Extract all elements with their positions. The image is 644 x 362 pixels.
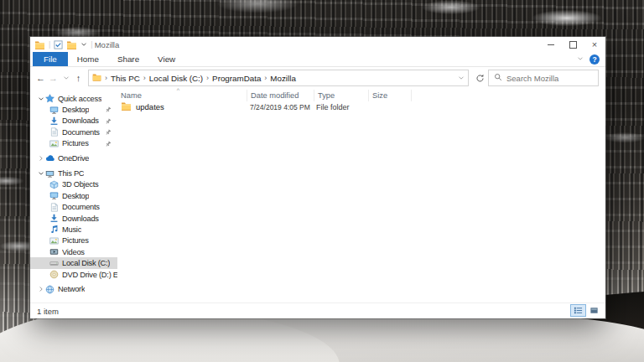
sidebar-item-network[interactable]: Network (30, 284, 117, 295)
view-toggles (570, 303, 602, 319)
video-icon (49, 247, 62, 256)
sidebar-item-videos[interactable]: Videos (30, 246, 117, 257)
file-name: updates (136, 102, 164, 111)
drive-icon (49, 259, 62, 268)
sidebar-item-dvd-drive-d-esd[interactable]: DVD Drive (D:) ESD- (30, 269, 117, 280)
minimize-button[interactable] (540, 37, 562, 52)
sidebar-item-label: Local Disk (C:) (62, 259, 110, 267)
quick-access-toolbar: | | (34, 40, 93, 49)
desktop-icon (49, 106, 62, 115)
sidebar-item-music[interactable]: Music (30, 224, 117, 235)
pin-icon (105, 106, 112, 115)
ribbon-tab-file[interactable]: File (33, 52, 68, 66)
column-header-name[interactable]: ^ Name (117, 90, 247, 101)
sidebar-item-desktop[interactable]: Desktop (30, 190, 117, 201)
sidebar-item-documents[interactable]: Documents (30, 202, 117, 213)
sidebar-item-label: Videos (62, 248, 85, 256)
disc-icon (49, 270, 62, 279)
sidebar-item-label: This PC (58, 169, 84, 178)
breadcrumb-this-pc[interactable]: This PC (111, 74, 140, 83)
column-header-date-modified[interactable]: Date modified (247, 90, 314, 101)
close-button[interactable]: × (584, 37, 605, 52)
sidebar-item-label: Pictures (62, 139, 89, 147)
sidebar-item-local-disk-c[interactable]: Local Disk (C:) (30, 257, 117, 268)
titlebar-separator: | (91, 41, 92, 49)
sidebar-item-label: Documents (62, 203, 100, 211)
address-bar: ← → ↑ ›This PC›Local Disk (C:)›ProgramDa… (30, 67, 605, 89)
details-view-button[interactable] (570, 304, 586, 317)
chevron-right-icon[interactable] (38, 155, 45, 162)
star-icon (45, 94, 58, 103)
navigation-pane: Quick accessDesktopDownloadsDocumentsPic… (30, 89, 117, 303)
folder-icon (121, 101, 132, 112)
pc-icon (45, 169, 58, 178)
file-row-updates[interactable]: updates7/24/2019 4:05 PMFile folder (117, 101, 605, 112)
sidebar-item-label: 3D Objects (62, 180, 99, 189)
ribbon-tabs: FileHomeShareView (33, 52, 184, 66)
chevron-down-icon[interactable] (38, 170, 45, 177)
file-list-area: ^ Name Date modified Type Size updates7/… (117, 89, 605, 303)
ribbon-tab-share[interactable]: Share (108, 52, 148, 66)
breadcrumb-local-disk-c[interactable]: Local Disk (C:) (149, 74, 203, 83)
sidebar-item-onedrive[interactable]: OneDrive (30, 153, 117, 163)
cube-icon (49, 180, 62, 189)
sidebar-item-downloads[interactable]: Downloads (30, 213, 117, 224)
breadcrumb-programdata[interactable]: ProgramData (212, 74, 261, 83)
pin-icon (105, 117, 112, 127)
downloads-icon (49, 214, 62, 223)
sidebar-item-this-pc[interactable]: This PC (30, 168, 117, 178)
maximize-button[interactable] (562, 37, 584, 52)
sidebar-item-3d-objects[interactable]: 3D Objects (30, 179, 117, 190)
thumbnails-view-button[interactable] (586, 304, 602, 317)
recent-locations-chevron-icon[interactable] (60, 75, 72, 81)
chevron-down-icon[interactable] (38, 96, 45, 102)
search-box[interactable]: Search Mozilla (488, 70, 599, 86)
help-button[interactable]: ? (589, 54, 600, 65)
document-icon (49, 127, 62, 137)
sidebar-item-quick-access[interactable]: Quick access (30, 93, 117, 104)
expand-ribbon-chevron-icon[interactable] (577, 54, 584, 64)
ribbon-tab-view[interactable]: View (148, 52, 184, 66)
file-date-modified: 7/24/2019 4:05 PM (247, 103, 313, 111)
picture-icon (49, 139, 62, 148)
titlebar[interactable]: | | Mozilla × (30, 37, 605, 52)
sidebar-item-desktop[interactable]: Desktop (30, 104, 117, 115)
sidebar-item-documents[interactable]: Documents (30, 127, 117, 137)
cloud-icon (45, 153, 58, 163)
forward-button[interactable]: → (47, 74, 60, 83)
sidebar-item-label: Network (58, 285, 85, 293)
search-icon (494, 73, 502, 83)
chevron-right-icon[interactable] (38, 286, 45, 292)
sidebar-item-downloads[interactable]: Downloads (30, 116, 117, 127)
column-header-type[interactable]: Type (314, 90, 369, 101)
refresh-button[interactable] (471, 70, 488, 85)
properties-icon[interactable] (54, 40, 63, 49)
qat-chevron-down-icon[interactable] (80, 41, 87, 48)
main-area: Quick accessDesktopDownloadsDocumentsPic… (30, 89, 605, 303)
sidebar-item-pictures[interactable]: Pictures (30, 235, 117, 246)
column-header-size[interactable]: Size (369, 90, 412, 101)
breadcrumb: ›This PC›Local Disk (C:)›ProgramData›Moz… (101, 74, 296, 83)
explorer-folder-icon (34, 40, 45, 49)
breadcrumb-separator: › (264, 74, 267, 82)
ribbon-tabs-row: FileHomeShareView ? (30, 52, 605, 67)
file-rows: updates7/24/2019 4:05 PMFile folder (117, 101, 605, 303)
breadcrumb-mozilla[interactable]: Mozilla (270, 74, 296, 83)
up-button[interactable]: ↑ (72, 74, 85, 83)
pin-icon (105, 140, 112, 149)
network-icon (45, 285, 58, 294)
file-type: File folder (313, 103, 366, 111)
sidebar-item-label: Documents (62, 128, 100, 137)
ribbon-right: ? (577, 52, 605, 66)
file-name-cell[interactable]: updates (117, 101, 247, 112)
address-box[interactable]: ›This PC›Local Disk (C:)›ProgramData›Moz… (88, 70, 469, 86)
sidebar-item-pictures[interactable]: Pictures (30, 138, 117, 149)
sort-ascending-icon: ^ (177, 87, 179, 93)
sidebar-item-label: Music (62, 225, 81, 234)
sidebar-item-label: Quick access (58, 95, 101, 103)
back-button[interactable]: ← (34, 74, 47, 83)
new-folder-icon[interactable] (66, 40, 77, 49)
address-chevron-down-icon[interactable] (458, 75, 465, 81)
ribbon-tab-home[interactable]: Home (68, 52, 108, 66)
document-icon (49, 203, 62, 212)
